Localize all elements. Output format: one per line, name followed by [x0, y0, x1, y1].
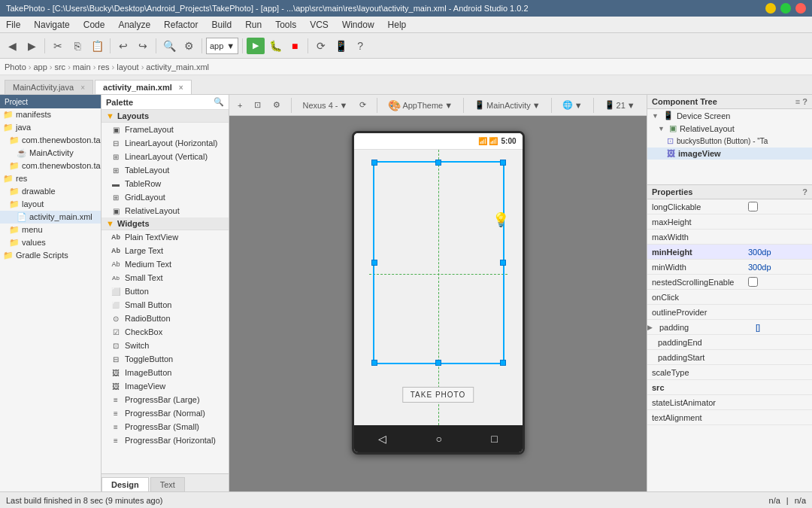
take-photo-button[interactable]: TAKE PHOTO [402, 387, 474, 403]
palette-tablelayout[interactable]: ⊞ TableLayout [102, 163, 229, 177]
ct-imageview[interactable]: 🖼 imageView [647, 148, 812, 160]
settings-button[interactable]: ⚙ [180, 37, 198, 55]
menu-tools[interactable]: Tools [272, 19, 299, 31]
menu-refactor[interactable]: Refactor [161, 19, 201, 31]
handle-tc[interactable] [435, 160, 441, 166]
palette-large-text[interactable]: Ab Large Text [102, 244, 229, 257]
palette-linearlayout-v[interactable]: ⊞ LinearLayout (Vertical) [102, 150, 229, 163]
palette-imageview[interactable]: 🖼 ImageView [102, 379, 229, 393]
handle-bl[interactable] [371, 360, 377, 366]
long-clickable-checkbox[interactable] [748, 202, 758, 211]
palette-relativelayout[interactable]: ▣ RelativeLayout [102, 204, 229, 217]
prop-long-clickable[interactable]: longClickable [647, 199, 812, 214]
tab-mainactivity[interactable]: MainActivity.java × [5, 80, 93, 94]
menu-file[interactable]: File [3, 19, 23, 31]
menu-run[interactable]: Run [242, 19, 265, 31]
palette-tablerow[interactable]: ▬ TableRow [102, 177, 229, 190]
palette-progressbar-normal[interactable]: ≡ ProgressBar (Normal) [102, 406, 229, 420]
palette-progressbar-small[interactable]: ≡ ProgressBar (Small) [102, 420, 229, 433]
nexus-dropdown[interactable]: Nexus 4 - ▼ [298, 99, 351, 111]
bc-app[interactable]: app [33, 62, 47, 71]
palette-plain-textview[interactable]: Ab Plain TextView [102, 230, 229, 244]
sdk-manager-button[interactable]: 📱 [332, 37, 350, 55]
menu-build[interactable]: Build [208, 19, 235, 31]
stop-button[interactable]: ■ [286, 37, 304, 55]
zoom-fit-button[interactable]: ⊡ [250, 99, 265, 111]
bc-layout[interactable]: layout [117, 62, 138, 71]
palette-small-button[interactable]: ⬜ Small Button [102, 298, 229, 312]
palette-togglebutton[interactable]: ⊟ ToggleButton [102, 352, 229, 366]
undo-button[interactable]: ↩ [114, 37, 132, 55]
nav-home-icon[interactable]: ○ [436, 433, 442, 445]
palette-search-icon[interactable]: 🔍 [214, 97, 224, 107]
back-button[interactable]: ◀ [3, 37, 21, 55]
minimize-button[interactable] [765, 3, 776, 14]
tree-java[interactable]: 📁java [0, 121, 101, 134]
palette-medium-text[interactable]: Ab Medium Text [102, 257, 229, 271]
prop-nested-scrolling[interactable]: nestedScrollingEnable [647, 275, 812, 290]
menu-help[interactable]: Help [385, 19, 410, 31]
ct-device-screen[interactable]: ▼ 📱 Device Screen [647, 109, 812, 122]
prop-min-height[interactable]: minHeight 300dp [647, 245, 812, 260]
nav-back-icon[interactable]: ◁ [378, 433, 386, 445]
bc-main[interactable]: main [73, 62, 91, 71]
rotate-button[interactable]: ⟳ [356, 99, 370, 111]
copy-button[interactable]: ⎘ [68, 37, 86, 55]
tree-res[interactable]: 📁res [0, 172, 101, 185]
palette-framelayout[interactable]: ▣ FrameLayout [102, 123, 229, 136]
ct-relativelayout[interactable]: ▼ ▣ RelativeLayout [647, 122, 812, 135]
palette-linearlayout-h[interactable]: ⊟ LinearLayout (Horizontal) [102, 136, 229, 150]
menu-vcs[interactable]: VCS [307, 19, 332, 31]
tree-activity-main[interactable]: 📄activity_main.xml [0, 211, 101, 224]
prop-outline-provider[interactable]: outlineProvider [647, 305, 812, 320]
maximize-button[interactable] [780, 3, 791, 14]
menu-code[interactable]: Code [80, 19, 108, 31]
palette-button[interactable]: ⬜ Button [102, 284, 229, 298]
padding-expand-icon[interactable]: ▶ [647, 324, 653, 331]
handle-br[interactable] [500, 360, 506, 366]
tree-layout[interactable]: 📁layout [0, 198, 101, 211]
help-icon[interactable]: ? [351, 37, 369, 55]
palette-imagebutton[interactable]: 🖼 ImageButton [102, 366, 229, 379]
prop-max-height[interactable]: maxHeight [647, 214, 812, 230]
handle-mr[interactable] [500, 260, 506, 266]
prop-src[interactable]: src [647, 380, 812, 395]
palette-radiobutton[interactable]: ⊙ RadioButton [102, 312, 229, 325]
tree-manifests[interactable]: 📁manifests [0, 108, 101, 121]
theme-dropdown[interactable]: 🎨 AppTheme ▼ [384, 98, 456, 113]
palette-checkbox[interactable]: ☑ CheckBox [102, 325, 229, 339]
tab-mainactivity-close[interactable]: × [80, 84, 85, 92]
palette-progressbar-large[interactable]: ≡ ProgressBar (Large) [102, 393, 229, 406]
tab-activity-main-close[interactable]: × [179, 84, 183, 92]
tree-pkg2[interactable]: 📁com.thenewboston.tak... [0, 160, 101, 172]
menu-analyze[interactable]: Analyze [115, 19, 153, 31]
paste-button[interactable]: 📋 [88, 37, 106, 55]
palette-switch[interactable]: ⊡ Switch [102, 339, 229, 352]
menu-navigate[interactable]: Navigate [31, 19, 72, 31]
nested-scrolling-checkbox[interactable] [748, 277, 758, 287]
imageview-selection[interactable] [373, 161, 504, 364]
find-button[interactable]: 🔍 [160, 37, 178, 55]
palette-section-layouts[interactable]: ▼ Layouts [102, 110, 229, 123]
handle-tl[interactable] [371, 160, 377, 166]
prop-padding-end[interactable]: paddingEnd [647, 335, 812, 350]
sync-button[interactable]: ⟳ [312, 37, 330, 55]
prop-scale-type[interactable]: scaleType [647, 365, 812, 380]
prop-padding[interactable]: ▶ padding [] [647, 320, 812, 335]
settings-btn[interactable]: ⚙ [269, 99, 284, 111]
prop-max-width[interactable]: maxWidth [647, 230, 812, 245]
tree-values[interactable]: 📁values [0, 236, 101, 249]
bc-photo[interactable]: Photo [5, 62, 26, 71]
handle-ml[interactable] [371, 260, 377, 266]
ct-buckys-button[interactable]: ⊡ buckysButton (Button) - "Ta [647, 135, 812, 148]
handle-bc[interactable] [435, 360, 441, 366]
tree-pkg1[interactable]: 📁com.thenewboston.tak... [0, 134, 101, 147]
activity-dropdown[interactable]: 📱 MainActivity ▼ [471, 99, 544, 111]
prop-on-click[interactable]: onClick [647, 290, 812, 305]
run-button[interactable]: ▶ [247, 38, 265, 54]
app-dropdown[interactable]: app ▼ [206, 38, 238, 54]
palette-small-text[interactable]: Ab Small Text [102, 271, 229, 284]
menu-window[interactable]: Window [339, 19, 377, 31]
api-dropdown[interactable]: 📱 21 ▼ [601, 99, 639, 111]
tab-activity-main[interactable]: activity_main.xml × [95, 80, 192, 94]
